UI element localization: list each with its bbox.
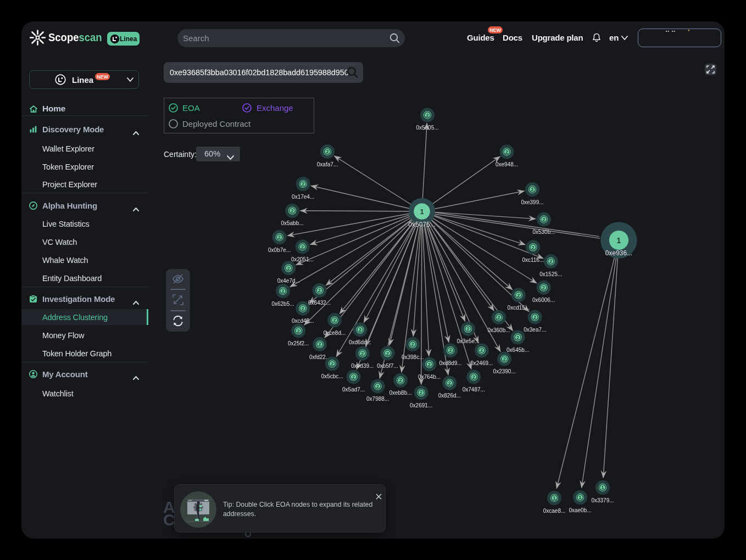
svg-text:2: 2 — [411, 341, 414, 347]
svg-text:2: 2 — [399, 378, 402, 383]
svg-text:0x1525...: 0x1525... — [539, 271, 562, 277]
svg-text:0x5cbc...: 0x5cbc... — [321, 373, 343, 379]
svg-text:2: 2 — [333, 317, 336, 323]
svg-text:0x6006...: 0x6006... — [532, 297, 555, 303]
svg-text:0x0b7e...: 0x0b7e... — [268, 247, 291, 253]
svg-text:2: 2 — [302, 181, 304, 187]
svg-text:2: 2 — [428, 362, 431, 367]
svg-text:1: 1 — [420, 208, 424, 216]
svg-text:2: 2 — [376, 384, 379, 389]
svg-text:2: 2 — [302, 306, 304, 311]
svg-text:2: 2 — [326, 149, 329, 154]
svg-text:0x645b...: 0x645b... — [506, 347, 529, 353]
svg-text:2: 2 — [281, 288, 284, 294]
svg-text:2: 2 — [420, 390, 422, 395]
svg-text:2: 2 — [319, 341, 321, 347]
svg-text:2: 2 — [549, 259, 552, 264]
svg-text:1: 1 — [601, 485, 604, 490]
svg-text:0x7988...: 0x7988... — [366, 396, 389, 402]
svg-text:1: 1 — [553, 495, 555, 501]
svg-text:0x62b5...: 0x62b5... — [271, 301, 294, 307]
svg-text:2: 2 — [331, 361, 333, 367]
svg-text:0x826d...: 0x826d... — [438, 393, 461, 399]
svg-text:2: 2 — [278, 234, 281, 240]
svg-text:0x17e4...: 0x17e4... — [292, 194, 314, 200]
svg-text:2: 2 — [505, 149, 508, 155]
svg-text:0x2051...: 0x2051... — [291, 256, 314, 262]
svg-text:0xe936...: 0xe936... — [605, 249, 632, 257]
svg-text:0xeb8b...: 0xeb8b... — [389, 390, 411, 396]
svg-text:2: 2 — [533, 315, 536, 320]
svg-text:2: 2 — [466, 326, 469, 332]
svg-text:2: 2 — [531, 187, 533, 192]
svg-text:0x25f2...: 0x25f2... — [288, 340, 309, 346]
svg-text:2: 2 — [361, 351, 364, 356]
svg-text:2: 2 — [516, 335, 519, 340]
svg-text:2: 2 — [542, 217, 545, 222]
svg-text:0x2390...: 0x2390... — [493, 368, 516, 374]
svg-text:0xd8d9...: 0xd8d9... — [439, 360, 461, 366]
svg-text:0x7487...: 0x7487... — [463, 387, 485, 393]
svg-text:0x5abb...: 0x5abb... — [281, 220, 303, 226]
svg-text:2: 2 — [318, 288, 321, 293]
svg-text:2: 2 — [449, 348, 452, 353]
svg-text:0x5ad7...: 0x5ad7... — [342, 387, 365, 393]
svg-text:2: 2 — [497, 315, 500, 320]
svg-text:2: 2 — [386, 351, 389, 356]
svg-text:2: 2 — [359, 327, 361, 333]
svg-text:2: 2 — [352, 374, 355, 380]
svg-text:0xcae8...: 0xcae8... — [543, 508, 566, 514]
svg-text:0xb5f7...: 0xb5f7... — [377, 363, 398, 369]
svg-text:0x4d39...: 0x4d39... — [351, 363, 374, 369]
svg-text:2: 2 — [301, 244, 304, 250]
svg-text:0xcd15...: 0xcd15... — [508, 305, 530, 311]
svg-text:2: 2 — [532, 245, 535, 250]
svg-text:0x360b...: 0x360b... — [487, 327, 510, 333]
svg-text:0x5a05...: 0x5a05... — [416, 125, 438, 131]
svg-text:2: 2 — [480, 348, 483, 353]
svg-text:0xe948...: 0xe948... — [496, 161, 518, 167]
svg-text:0x398c...: 0x398c... — [402, 354, 424, 360]
svg-text:1: 1 — [617, 236, 621, 245]
svg-text:0x3379...: 0x3379... — [591, 497, 614, 503]
svg-text:0x2469...: 0x2469... — [470, 360, 493, 366]
svg-text:0x3ea7...: 0x3ea7... — [524, 327, 546, 333]
svg-text:2: 2 — [426, 113, 428, 118]
svg-text:0x3e5e...: 0x3e5e... — [456, 338, 479, 344]
svg-text:1: 1 — [578, 495, 581, 500]
svg-text:2: 2 — [503, 356, 506, 362]
svg-text:0x5075...: 0x5075... — [408, 221, 435, 228]
svg-text:2: 2 — [542, 285, 545, 290]
svg-text:2: 2 — [291, 208, 293, 214]
svg-text:2: 2 — [472, 374, 475, 380]
svg-text:0xafa7...: 0xafa7... — [317, 161, 338, 167]
svg-text:2: 2 — [448, 380, 451, 386]
svg-text:0xe399...: 0xe399... — [521, 199, 543, 205]
svg-text:0x2691...: 0x2691... — [410, 402, 432, 408]
svg-text:2: 2 — [287, 266, 290, 271]
svg-text:2: 2 — [517, 293, 520, 298]
svg-text:2: 2 — [297, 328, 300, 334]
svg-text:0xae0b...: 0xae0b... — [569, 507, 591, 513]
